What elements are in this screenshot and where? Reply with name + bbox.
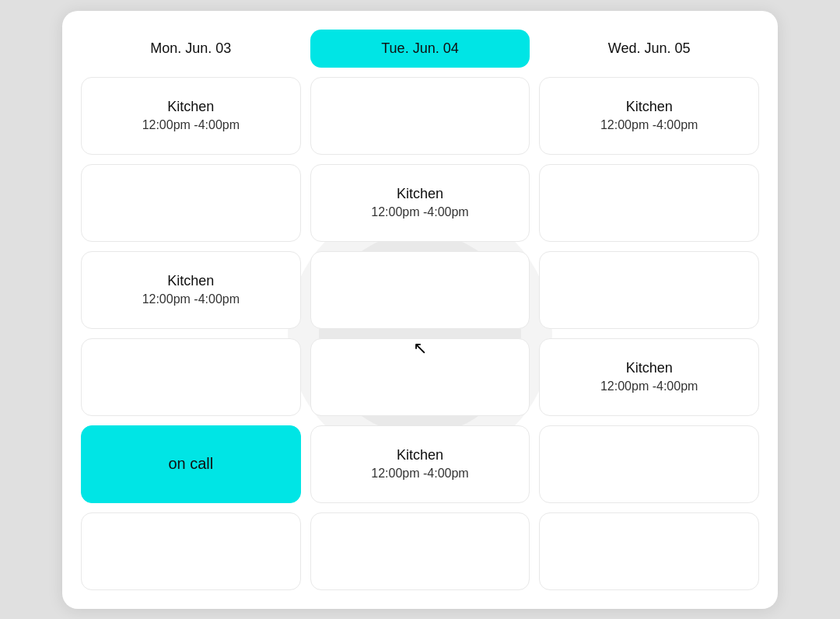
grid-cell-r2-c0[interactable]: Kitchen12:00pm -4:00pm <box>81 251 301 329</box>
cell-location: Kitchen <box>626 360 673 376</box>
cell-location: Kitchen <box>397 447 443 463</box>
grid-cell-r2-c2[interactable] <box>539 251 759 329</box>
grid-cell-r0-c0[interactable]: Kitchen12:00pm -4:00pm <box>81 77 301 155</box>
calendar-header: Mon. Jun. 03Tue. Jun. 04Wed. Jun. 05 <box>81 30 759 68</box>
header-cell-mon[interactable]: Mon. Jun. 03 <box>81 30 301 68</box>
cell-time: 12:00pm -4:00pm <box>371 467 468 481</box>
grid-cell-r3-c2[interactable]: Kitchen12:00pm -4:00pm <box>539 338 759 416</box>
cell-time: 12:00pm -4:00pm <box>371 205 468 219</box>
grid-cell-r1-c2[interactable] <box>539 164 759 242</box>
grid-cell-r4-c1[interactable]: Kitchen12:00pm -4:00pm <box>310 425 530 503</box>
calendar-grid: ↖ Kitchen12:00pm -4:00pmKitchen12:00pm -… <box>81 77 759 590</box>
grid-cell-r1-c0[interactable] <box>81 164 301 242</box>
cell-time: 12:00pm -4:00pm <box>142 292 240 306</box>
cell-location: Kitchen <box>626 99 673 115</box>
grid-cell-r1-c1[interactable]: Kitchen12:00pm -4:00pm <box>310 164 530 242</box>
cell-location: Kitchen <box>397 186 443 202</box>
grid-cell-r0-c1[interactable] <box>310 77 530 155</box>
grid-cell-r0-c2[interactable]: Kitchen12:00pm -4:00pm <box>539 77 759 155</box>
grid-cell-r5-c1[interactable] <box>310 512 530 590</box>
grid-cell-r4-c0[interactable]: on call <box>81 425 301 503</box>
cell-location: Kitchen <box>167 273 214 289</box>
cell-time: 12:00pm -4:00pm <box>600 118 698 132</box>
grid-cell-r4-c2[interactable] <box>539 425 759 503</box>
grid-cell-r3-c0[interactable] <box>81 338 301 416</box>
grid-cell-r5-c0[interactable] <box>81 512 301 590</box>
cell-time: 12:00pm -4:00pm <box>142 118 240 132</box>
grid-cell-r3-c1[interactable] <box>310 338 530 416</box>
header-cell-tue[interactable]: Tue. Jun. 04 <box>310 30 530 68</box>
cell-location: Kitchen <box>167 99 214 115</box>
grid-cell-r5-c2[interactable] <box>539 512 759 590</box>
cell-time: 12:00pm -4:00pm <box>600 379 698 393</box>
grid-cell-r2-c1[interactable] <box>310 251 530 329</box>
oncall-label: on call <box>168 455 213 473</box>
header-cell-wed[interactable]: Wed. Jun. 05 <box>539 30 759 68</box>
calendar-container: Mon. Jun. 03Tue. Jun. 04Wed. Jun. 05 ↖ K… <box>62 11 778 609</box>
